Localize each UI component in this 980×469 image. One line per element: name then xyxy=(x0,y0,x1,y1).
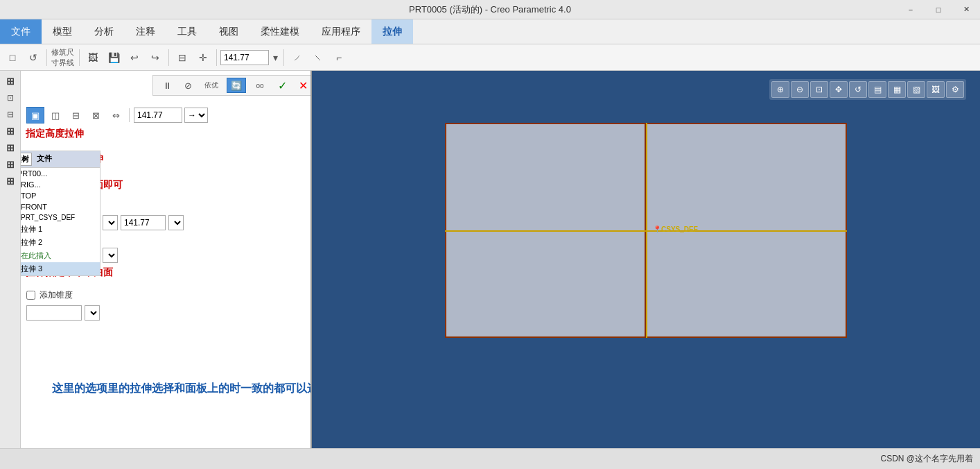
left-tb-align7[interactable]: ⊞ xyxy=(2,173,19,189)
tree-label-ex1: 拉伸 1 xyxy=(21,224,42,235)
toolbar-undo[interactable]: ↩ xyxy=(125,48,144,67)
toolbar-new[interactable]: □ xyxy=(3,48,22,67)
toolbar-sketch[interactable]: 修筑尺寸界线 xyxy=(51,48,76,67)
view-btn-wire[interactable]: ▤ xyxy=(868,81,886,98)
side1-extra-select[interactable]: ▾ xyxy=(168,215,184,230)
taper-checkbox[interactable] xyxy=(26,291,35,300)
toolbar-angle1[interactable]: ⟋ xyxy=(288,48,307,67)
tree-label-right: RIG... xyxy=(21,180,41,189)
op-measure[interactable]: oo xyxy=(250,78,270,93)
op-cancel[interactable]: ✕ xyxy=(295,78,311,93)
coord-label: 📍CSYS_DEF xyxy=(653,225,698,233)
extrude-type-toolbar: ▣ ◫ ⊟ ⊠ ⇔ →←↔ xyxy=(26,107,306,123)
view-btn-settings[interactable]: ⚙ xyxy=(946,81,964,98)
tree-label-front: FRONT xyxy=(21,203,47,211)
left-toolbar: ⊞ ⊡ ⊟ ⊞ ⊞ ⊞ ⊞ xyxy=(0,71,21,448)
left-tb-align3[interactable]: ⊟ xyxy=(2,107,19,122)
taper-input-row: ▾ xyxy=(26,305,100,321)
menu-item-annotation[interactable]: 注释 xyxy=(125,19,166,44)
separator-3 xyxy=(168,49,169,66)
toolbar-open[interactable]: ↺ xyxy=(24,48,43,67)
ext-direction-select[interactable]: →←↔ xyxy=(184,108,208,123)
side1-value-input[interactable] xyxy=(121,215,166,230)
bottom-annotation: 这里的选项里的拉伸选择和面板上的时一致的都可以选择拉伸的特性 xyxy=(0,382,312,396)
extrude-op-bar: ⏸ ⊘ 依优 🔄 oo ✓ ✕ xyxy=(152,75,312,96)
taper-label: 添加锥度 xyxy=(40,289,73,301)
toolbar-dropdown[interactable]: ▾ xyxy=(270,48,280,67)
toolbar-img1[interactable]: 🖼 xyxy=(83,48,103,67)
side2-extra-select[interactable]: ▾ xyxy=(103,248,118,263)
left-panel: ⏸ ⊘ 依优 🔄 oo ✓ ✕ ⊞ ⊡ ⊟ ⊞ ⊞ ⊞ ⊞ 模型树 文件 ▣ xyxy=(0,71,312,448)
viewport-3d: 📍CSYS_DEF xyxy=(340,109,952,420)
menu-item-analysis[interactable]: 分析 xyxy=(83,19,125,44)
menu-item-apps[interactable]: 应用程序 xyxy=(310,19,371,44)
maximize-button[interactable]: □ xyxy=(925,0,952,19)
tree-label-insert: 在此插入 xyxy=(21,250,51,261)
tree-tab-file[interactable]: 文件 xyxy=(35,153,54,166)
view-btn-render3[interactable]: 🖼 xyxy=(927,81,945,98)
view-toolbar: ⊕ ⊖ ⊡ ✥ ↺ ▤ ▦ ▧ 🖼 ⚙ xyxy=(769,79,966,100)
menu-item-file[interactable]: 文件 xyxy=(0,19,42,44)
view-btn-render1[interactable]: ▦ xyxy=(888,81,906,98)
crosshair-vertical xyxy=(646,123,647,338)
op-stop[interactable]: ⊘ xyxy=(180,78,196,93)
op-confirm[interactable]: ✓ xyxy=(274,78,290,93)
separator-1 xyxy=(46,49,47,66)
toolbar-value-input[interactable] xyxy=(220,50,269,65)
tree-label-ex3: 拉伸 3 xyxy=(21,264,42,274)
view-btn-render2[interactable]: ▧ xyxy=(907,81,925,98)
tree-label-ex2: 拉伸 2 xyxy=(21,237,42,248)
taper-dir-select[interactable]: ▾ xyxy=(85,305,100,321)
shape-container: 📍CSYS_DEF xyxy=(445,123,847,338)
status-bar: CSDN @这个名字先用着 xyxy=(0,448,980,469)
menu-item-extrude[interactable]: 拉伸 xyxy=(371,19,413,44)
left-tb-align4[interactable]: ⊞ xyxy=(2,123,19,139)
main-toolbar: □ ↺ 修筑尺寸界线 🖼 💾 ↩ ↪ ⊟ ✛ ▾ ⟋ ⟍ ⌐ xyxy=(0,44,980,71)
ext-surface-btn[interactable]: ◫ xyxy=(46,107,64,123)
view-btn-fit[interactable]: ⊡ xyxy=(810,81,828,98)
ext-value-input[interactable] xyxy=(134,108,182,123)
menu-item-model[interactable]: 模型 xyxy=(42,19,83,44)
side1-dir-select[interactable]: →← xyxy=(103,215,118,230)
view-btn-pan[interactable]: ✥ xyxy=(830,81,848,98)
ext-solid-btn[interactable]: ▣ xyxy=(26,107,44,123)
op-sync[interactable]: 🔄 xyxy=(227,78,246,93)
toolbar-redo[interactable]: ↪ xyxy=(146,48,165,67)
view-btn-zoomout[interactable]: ⊖ xyxy=(791,81,809,98)
left-tb-align2[interactable]: ⊡ xyxy=(2,90,19,105)
menu-item-flexible[interactable]: 柔性建模 xyxy=(250,19,310,44)
left-tb-align1[interactable]: ⊞ xyxy=(2,74,19,89)
close-button[interactable]: ✕ xyxy=(952,0,980,19)
menu-bar: 文件 模型 分析 注释 工具 视图 柔性建模 应用程序 拉伸 xyxy=(0,19,980,44)
ext-thicken-btn[interactable]: ⊠ xyxy=(87,107,105,123)
left-tb-align5[interactable]: ⊞ xyxy=(2,140,19,155)
separator-5 xyxy=(283,49,284,66)
view-btn-rotate[interactable]: ↺ xyxy=(849,81,867,98)
toolbar-angle2[interactable]: ⟍ xyxy=(308,48,328,67)
toolbar-save[interactable]: 💾 xyxy=(104,48,123,67)
title-bar: PRT0005 (活动的) - Creo Parametric 4.0 − □ … xyxy=(0,0,980,19)
sep xyxy=(129,108,130,122)
ann-text-1: 指定高度拉伸 xyxy=(26,128,84,140)
separator-2 xyxy=(79,49,80,66)
tree-label-top: TOP xyxy=(21,191,36,200)
toolbar-axis[interactable]: ✛ xyxy=(193,48,213,67)
title-bar-controls: − □ ✕ xyxy=(897,0,980,19)
status-text: CSDN @这个名字先用着 xyxy=(880,453,973,465)
ext-remove-btn[interactable]: ⊟ xyxy=(67,107,85,123)
taper-value-input[interactable] xyxy=(26,305,82,321)
minimize-button[interactable]: − xyxy=(897,0,925,19)
separator-4 xyxy=(216,49,217,66)
view-btn-zoomin[interactable]: ⊕ xyxy=(771,81,789,98)
menu-item-tools[interactable]: 工具 xyxy=(166,19,208,44)
app-title: PRT0005 (活动的) - Creo Parametric 4.0 xyxy=(409,3,571,16)
toolbar-rect[interactable]: ⌐ xyxy=(329,48,349,67)
toolbar-plane[interactable]: ⊟ xyxy=(173,48,192,67)
left-tb-align6[interactable]: ⊞ xyxy=(2,157,19,172)
checkbox-row: 添加锥度 xyxy=(26,289,73,301)
menu-item-view[interactable]: 视图 xyxy=(208,19,250,44)
tree-label-csys: PRT_CSYS_DEF xyxy=(21,214,75,221)
ext-sym-btn[interactable]: ⇔ xyxy=(107,107,125,123)
op-preview[interactable]: 依优 xyxy=(200,78,222,93)
op-pause[interactable]: ⏸ xyxy=(159,78,175,93)
